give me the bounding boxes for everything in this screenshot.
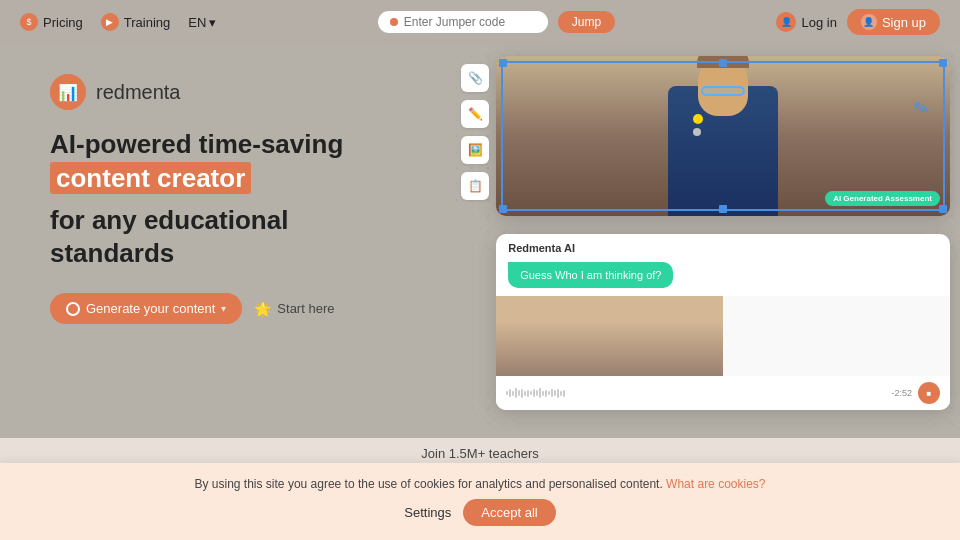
teaser-text: Join 1.5M+ teachers (421, 446, 538, 461)
wave-bar (518, 390, 520, 396)
cookie-message: By using this site you agree to the use … (195, 477, 667, 491)
editor-toolbar: 📎 ✏️ 🖼️ 📋 (461, 64, 489, 200)
selection-handle-tr (939, 59, 947, 67)
woman-image (496, 296, 723, 376)
generate-icon (66, 302, 80, 316)
login-button[interactable]: 👤 Log in (776, 12, 836, 32)
jumper-input-container (378, 11, 548, 33)
wave-bar (524, 391, 526, 396)
lang-label: EN (188, 15, 206, 30)
pencil-annotation: ✏ (908, 93, 935, 122)
wave-bar (521, 389, 523, 398)
cta-row: Generate your content ▾ 🌟 Start here (50, 293, 421, 324)
video-row (496, 296, 950, 376)
chat-section: Redmenta AI Guess Who I am thinking of? (496, 234, 950, 410)
jumper-input[interactable] (404, 15, 544, 29)
wave-bar (545, 390, 547, 397)
cookie-banner: By using this site you agree to the use … (0, 463, 960, 540)
waveform (506, 387, 885, 399)
jumper-dot-icon (390, 18, 398, 26)
navbar: $ Pricing ▶ Training EN ▾ Jump 👤 Log in … (0, 0, 960, 44)
nav-center: Jump (216, 11, 776, 33)
video-thumbnail (496, 296, 723, 376)
logo-area: 📊 redmenta (50, 74, 421, 110)
wave-bar (536, 390, 538, 396)
generate-content-button[interactable]: Generate your content ▾ (50, 293, 242, 324)
wave-bar (542, 391, 544, 396)
jump-button[interactable]: Jump (558, 11, 615, 33)
signup-label: Sign up (882, 15, 926, 30)
start-here-button[interactable]: 🌟 Start here (254, 301, 334, 317)
wave-bar (506, 391, 508, 395)
chat-sender: Redmenta AI (508, 242, 938, 254)
selection-handle-tl (499, 59, 507, 67)
chat-header: Redmenta AI (496, 234, 950, 258)
wave-bar (539, 388, 541, 398)
wave-bar (509, 389, 511, 397)
wave-bar (548, 391, 550, 395)
wave-bar (527, 390, 529, 397)
wave-bar (515, 388, 517, 398)
cookie-accept-button[interactable]: Accept all (463, 499, 555, 526)
signup-icon: 👤 (861, 14, 877, 30)
wave-bar (533, 389, 535, 397)
training-label: Training (124, 15, 170, 30)
assessment-card: AI Generated Assessment ✏ (496, 56, 950, 216)
wave-bar (554, 390, 556, 396)
cookie-link[interactable]: What are cookies? (666, 477, 765, 491)
edit-tool[interactable]: ✏️ (461, 100, 489, 128)
wave-bar (530, 391, 532, 395)
document-tool[interactable]: 📋 (461, 172, 489, 200)
signup-button[interactable]: 👤 Sign up (847, 9, 940, 35)
start-emoji-icon: 🌟 (254, 301, 271, 317)
wave-bar (557, 389, 559, 398)
generate-label: Generate your content (86, 301, 215, 316)
language-selector[interactable]: EN ▾ (188, 15, 216, 30)
login-icon: 👤 (776, 12, 796, 32)
start-label: Start here (277, 301, 334, 316)
nav-right: 👤 Log in 👤 Sign up (776, 9, 940, 35)
wave-bar (551, 389, 553, 397)
ai-generated-badge: AI Generated Assessment (825, 191, 940, 206)
logo-text: redmenta (96, 81, 181, 104)
image-tool[interactable]: 🖼️ (461, 136, 489, 164)
headline-highlight: content creator (50, 162, 251, 194)
nav-left: $ Pricing ▶ Training EN ▾ (20, 13, 216, 31)
selection-handle-br (939, 205, 947, 213)
wave-bar (512, 391, 514, 396)
cookie-settings-button[interactable]: Settings (404, 505, 451, 520)
pricing-icon: $ (20, 13, 38, 31)
play-button[interactable]: ■ (918, 382, 940, 404)
selection-handle-bl (499, 205, 507, 213)
clip-tool[interactable]: 📎 (461, 64, 489, 92)
logo-icon: 📊 (50, 74, 86, 110)
cookie-text: By using this site you agree to the use … (195, 477, 766, 491)
pricing-label: Pricing (43, 15, 83, 30)
video-controls: -2:52 ■ (496, 376, 950, 410)
time-display: -2:52 (891, 388, 912, 398)
chat-bubble: Guess Who I am thinking of? (508, 262, 673, 288)
headline-2: for any educational standards (50, 204, 421, 272)
chevron-down-icon: ▾ (209, 15, 216, 30)
cookie-actions: Settings Accept all (404, 499, 555, 526)
training-icon: ▶ (101, 13, 119, 31)
training-nav-item[interactable]: ▶ Training (101, 13, 170, 31)
wave-bar (563, 390, 565, 397)
card-image-area: AI Generated Assessment ✏ (496, 56, 950, 216)
chevron-down-icon: ▾ (221, 303, 226, 314)
login-label: Log in (801, 15, 836, 30)
pricing-nav-item[interactable]: $ Pricing (20, 13, 83, 31)
headline-1: AI-powered time-saving content creator (50, 128, 421, 196)
wave-bar (560, 391, 562, 396)
